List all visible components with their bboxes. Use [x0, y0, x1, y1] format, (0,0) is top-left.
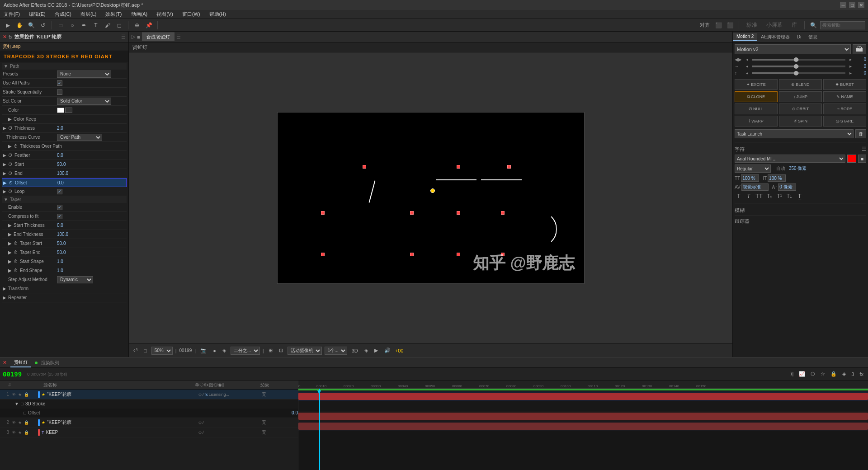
layer-solo-btn-2[interactable]: ★: [17, 420, 23, 425]
motion-version-select[interactable]: Motion v2: [735, 44, 851, 54]
slider-2-next[interactable]: ▸: [847, 64, 854, 69]
slider-2-prev[interactable]: ◂: [744, 64, 750, 69]
char-color-alt-button[interactable]: ■: [858, 155, 866, 163]
use-all-paths-checkbox[interactable]: [57, 80, 62, 86]
feather-value[interactable]: 0.0: [57, 153, 126, 158]
baseline-input[interactable]: [778, 183, 796, 191]
tl-lock-btn[interactable]: 🔒: [829, 370, 839, 378]
layer-switch-3a[interactable]: ◇: [198, 430, 202, 435]
minimize-button[interactable]: ─: [840, 2, 846, 8]
menu-compose[interactable]: 合成(C): [53, 11, 73, 18]
search-help-input[interactable]: [820, 21, 865, 29]
slider-thumb-3[interactable]: [794, 71, 798, 75]
slider-track-1[interactable]: [752, 59, 845, 61]
tl-keyframe-btn[interactable]: ⟩|: [788, 370, 795, 378]
3d-btn[interactable]: 3D: [350, 347, 360, 354]
menu-layer[interactable]: 图层(L): [79, 11, 98, 18]
zoom-select[interactable]: 50%: [151, 347, 173, 355]
maximize-button[interactable]: □: [849, 2, 855, 8]
tool-camera-rotate[interactable]: ↺: [38, 20, 48, 30]
track-row-2[interactable]: [298, 411, 868, 421]
list-item[interactable]: □ Offset 0.0: [0, 409, 298, 418]
layer-switch-1c[interactable]: fx: [205, 392, 208, 397]
char-color-button[interactable]: [847, 155, 856, 163]
char-menu-icon[interactable]: ☰: [862, 146, 866, 153]
align-left[interactable]: ⬛: [713, 20, 723, 30]
fast-preview-btn[interactable]: ▶: [373, 347, 380, 354]
menu-animation[interactable]: 动画(A): [129, 11, 150, 18]
layer-solo-btn-3[interactable]: ★: [17, 430, 23, 435]
font-family-select[interactable]: Arial Rounded MT...: [735, 155, 845, 163]
layer-mode-text-1[interactable]: 无: [262, 392, 266, 397]
track-row-offset[interactable]: [298, 401, 868, 411]
camera-num-select[interactable]: 1个...: [325, 347, 347, 355]
layer-mode-text-3[interactable]: 无: [262, 430, 266, 435]
all-caps-btn[interactable]: TT: [755, 193, 764, 199]
tl-timecode[interactable]: 00199: [3, 371, 22, 378]
menu-effects[interactable]: 效果(T): [104, 11, 123, 18]
grid-btn[interactable]: ⊞: [267, 347, 274, 354]
mute-btn[interactable]: 🔊: [382, 347, 392, 354]
breadcrumb-item[interactable]: 贤虹灯: [132, 44, 147, 51]
layer-solo-btn-1[interactable]: ★: [17, 392, 23, 397]
offset-value[interactable]: 0.0: [57, 180, 125, 185]
start-thickness-value[interactable]: 0.0: [57, 223, 126, 228]
tl-solo-btn[interactable]: ☆: [819, 370, 827, 378]
blur-section-label[interactable]: 模糊: [735, 207, 866, 214]
end-shape-value[interactable]: 1.0: [57, 268, 126, 273]
tool-select[interactable]: ▶: [3, 20, 13, 30]
tl-mask-btn[interactable]: ⬡: [809, 370, 817, 378]
burst-button[interactable]: ✸ BURST: [823, 79, 866, 90]
motion-icon-btn[interactable]: 🏔: [853, 44, 866, 54]
render-btn[interactable]: ◈: [363, 347, 370, 354]
menu-icon[interactable]: ☰: [121, 34, 126, 40]
compress-fit-checkbox[interactable]: [57, 214, 62, 219]
tracker-section-label[interactable]: 跟踪器: [735, 218, 866, 225]
tab-di[interactable]: Di: [793, 33, 805, 40]
close-panel-icon[interactable]: ✕: [3, 34, 7, 40]
layer-eye-btn-2[interactable]: 👁: [11, 420, 16, 425]
thickness-value[interactable]: 2.0: [57, 126, 126, 131]
scale-h-input[interactable]: [768, 174, 786, 182]
layer-mode-text-2[interactable]: 无: [262, 420, 266, 425]
tool-zoom[interactable]: 🔍: [26, 20, 36, 30]
slider-3-next[interactable]: ▸: [847, 70, 854, 75]
sub-btn[interactable]: T₁: [785, 193, 793, 199]
menu-edit[interactable]: 编辑(E): [27, 11, 47, 18]
warp-button[interactable]: ⌇ WARP: [735, 116, 778, 127]
layer-switch-1a[interactable]: ◇: [198, 392, 202, 397]
tool-pen[interactable]: ✒: [79, 20, 89, 30]
offset-expand-icon[interactable]: □: [24, 410, 26, 415]
playhead[interactable]: [319, 389, 320, 470]
tab-ae-scripts[interactable]: AE脚本管理器: [757, 33, 793, 41]
tl-close-icon[interactable]: ✕: [3, 360, 7, 366]
tl-3d-btn[interactable]: 3: [849, 371, 856, 378]
start-shape-value[interactable]: 1.0: [57, 259, 126, 264]
sup-btn[interactable]: T¹: [775, 193, 783, 199]
set-color-select[interactable]: Solid Color: [57, 98, 111, 105]
start-value[interactable]: 90.0: [57, 162, 126, 167]
tl-tab-comp[interactable]: 贤虹灯: [10, 358, 31, 367]
menu-file[interactable]: 文件(F): [2, 11, 22, 18]
color-swatch-dark[interactable]: [65, 108, 72, 113]
comp-viewer[interactable]: 知乎 @野鹿志: [129, 52, 732, 343]
stroke-seq-checkbox[interactable]: [57, 89, 62, 95]
layer-eye-btn-3[interactable]: 👁: [11, 430, 16, 435]
comp-tab[interactable]: 合成 贤虹灯: [142, 33, 175, 41]
slider-1-next[interactable]: ▸: [847, 57, 854, 62]
tl-blend-btn[interactable]: ◈: [840, 370, 848, 378]
slider-track-3[interactable]: [752, 72, 845, 74]
task-execute-button[interactable]: 🗑: [855, 129, 866, 138]
end-value[interactable]: 100.0: [57, 171, 126, 176]
resolution-select[interactable]: 二分之...: [231, 347, 260, 355]
step-adjust-select[interactable]: Dynamic: [57, 276, 93, 283]
menu-help[interactable]: 帮助(H): [208, 11, 228, 18]
snapshot-btn[interactable]: 📷: [198, 347, 208, 354]
layer-lock-btn-3[interactable]: 🔒: [24, 430, 29, 435]
color-swatch-white[interactable]: [57, 108, 64, 113]
slider-1-prev[interactable]: ◂: [744, 57, 750, 62]
tool-hand[interactable]: ✋: [14, 20, 24, 30]
blend-button[interactable]: ⊕ BLEND: [779, 79, 822, 90]
tool-eraser[interactable]: ◻: [114, 20, 124, 30]
layer-lock-btn-2[interactable]: 🔒: [24, 420, 29, 425]
